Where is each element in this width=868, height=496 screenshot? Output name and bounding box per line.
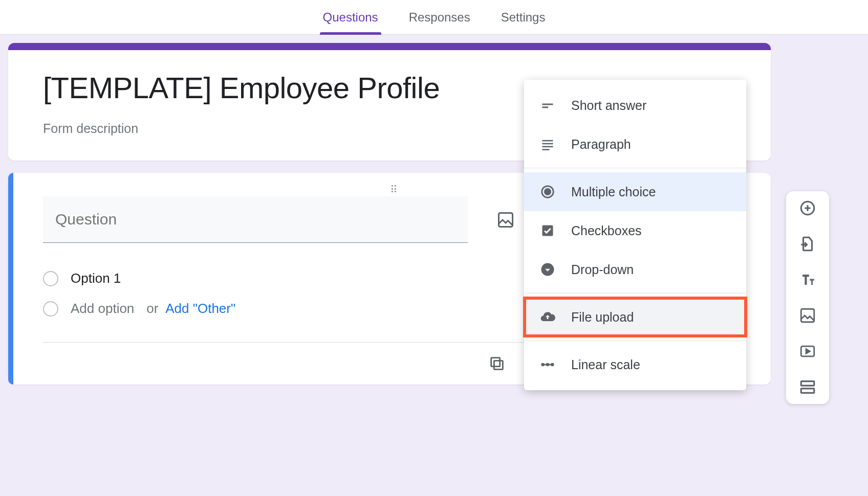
- menu-separator: [524, 341, 746, 341]
- radio-filled-icon: [538, 183, 557, 201]
- duplicate-icon[interactable]: [488, 355, 506, 372]
- paragraph-icon: [538, 135, 557, 153]
- svg-rect-0: [499, 213, 513, 227]
- add-section-button[interactable]: [799, 378, 816, 396]
- menu-item-linear-scale[interactable]: Linear scale: [524, 345, 746, 384]
- menu-separator: [524, 168, 746, 168]
- menu-label: Linear scale: [571, 357, 640, 372]
- checkbox-icon: [538, 221, 557, 240]
- editor-tabs: Questions Responses Settings: [0, 0, 868, 35]
- add-image-icon[interactable]: [492, 207, 519, 233]
- radio-icon: [43, 271, 58, 286]
- cloud-upload-icon: [538, 308, 557, 326]
- svg-rect-3: [542, 104, 553, 105]
- svg-rect-4: [542, 106, 549, 108]
- svg-rect-6: [542, 143, 553, 145]
- menu-item-short-answer[interactable]: Short answer: [524, 86, 746, 125]
- svg-rect-5: [542, 140, 553, 142]
- menu-label: Multiple choice: [571, 185, 656, 199]
- import-questions-button[interactable]: [799, 235, 816, 253]
- radio-icon: [43, 301, 58, 317]
- svg-point-10: [545, 189, 550, 194]
- tab-settings[interactable]: Settings: [498, 1, 549, 34]
- menu-item-multiple-choice[interactable]: Multiple choice: [524, 172, 746, 211]
- svg-rect-18: [801, 309, 814, 322]
- svg-rect-2: [491, 358, 500, 367]
- svg-rect-1: [494, 360, 503, 369]
- option-label[interactable]: Option 1: [71, 270, 121, 286]
- add-question-button[interactable]: [799, 199, 816, 217]
- menu-label: File upload: [571, 310, 634, 325]
- side-toolbar: [786, 191, 829, 404]
- menu-label: Drop-down: [571, 262, 634, 277]
- add-video-button[interactable]: [799, 343, 816, 360]
- tab-questions[interactable]: Questions: [320, 1, 381, 34]
- svg-rect-20: [801, 381, 814, 386]
- add-image-button[interactable]: [799, 307, 816, 324]
- linear-scale-icon: [538, 355, 557, 374]
- menu-item-file-upload[interactable]: File upload: [524, 298, 746, 336]
- chevron-down-circle-icon: [538, 260, 557, 279]
- add-option-link[interactable]: Add option: [71, 301, 134, 317]
- add-other-link[interactable]: Add "Other": [165, 301, 235, 316]
- svg-rect-21: [801, 389, 814, 393]
- question-type-menu: Short answer Paragraph Multiple choice C…: [524, 80, 746, 390]
- short-answer-icon: [538, 96, 557, 115]
- menu-label: Paragraph: [571, 137, 631, 152]
- add-title-button[interactable]: [799, 271, 816, 288]
- svg-rect-8: [542, 149, 550, 150]
- or-text: or: [146, 301, 158, 316]
- svg-rect-16: [543, 364, 553, 366]
- menu-item-checkboxes[interactable]: Checkboxes: [524, 211, 746, 250]
- svg-rect-7: [542, 146, 553, 148]
- menu-item-paragraph[interactable]: Paragraph: [524, 125, 746, 164]
- tab-responses[interactable]: Responses: [406, 1, 473, 34]
- menu-item-dropdown[interactable]: Drop-down: [524, 250, 746, 289]
- menu-label: Checkboxes: [571, 223, 642, 238]
- menu-label: Short answer: [571, 98, 646, 113]
- question-title-input[interactable]: [43, 196, 468, 243]
- menu-separator: [524, 293, 746, 294]
